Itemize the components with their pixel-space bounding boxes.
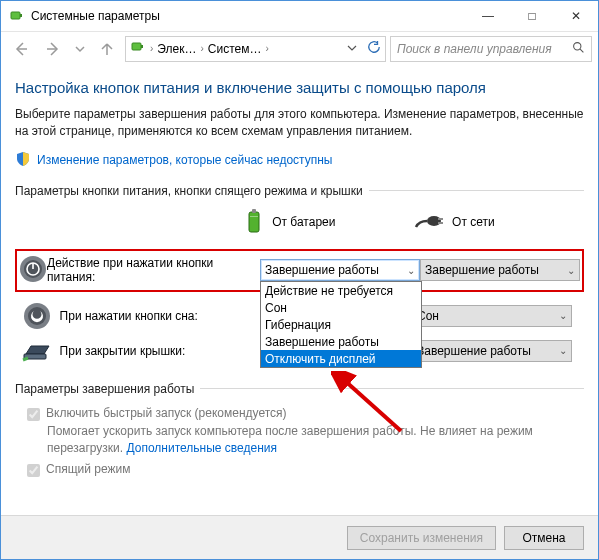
- mains-label: От сети: [452, 215, 495, 229]
- minimize-button[interactable]: —: [466, 1, 510, 31]
- svg-rect-7: [250, 216, 258, 217]
- divider: [369, 190, 584, 191]
- forward-button[interactable]: [39, 35, 67, 63]
- select-value: Завершение работы: [265, 263, 379, 277]
- shutdown-settings-group: Параметры завершения работы Включить быс…: [15, 382, 584, 478]
- battery-icon: [244, 208, 264, 237]
- sleep-button-icon: [15, 302, 60, 330]
- power-mains-select[interactable]: Завершение работы ⌄: [420, 259, 580, 281]
- power-button-label: Действие при нажатии кнопки питания:: [47, 256, 260, 284]
- chevron-down-icon: ⌄: [567, 265, 575, 276]
- chevron-icon: ›: [150, 43, 153, 54]
- page-description: Выберите параметры завершения работы для…: [15, 106, 584, 141]
- breadcrumb-item[interactable]: Систем…: [208, 42, 262, 56]
- cancel-button[interactable]: Отмена: [504, 526, 584, 550]
- chevron-icon: ›: [201, 43, 204, 54]
- dropdown-option[interactable]: Завершение работы: [261, 333, 421, 350]
- svg-marker-17: [26, 346, 49, 354]
- close-button[interactable]: ✕: [554, 1, 598, 31]
- breadcrumb[interactable]: › Элек… › Систем… ›: [125, 36, 386, 62]
- svg-rect-9: [438, 218, 443, 220]
- svg-rect-2: [132, 43, 141, 50]
- lid-icon: [15, 340, 60, 362]
- fastboot-description: Помогает ускорить запуск компьютера посл…: [47, 423, 584, 457]
- back-button[interactable]: [7, 35, 35, 63]
- fastboot-checkbox[interactable]: [27, 408, 40, 421]
- refresh-button[interactable]: [367, 40, 381, 57]
- battery-column-header: От батареи: [244, 208, 414, 237]
- fastboot-label: Включить быстрый запуск (рекомендуется): [46, 406, 287, 420]
- power-plan-icon: [9, 8, 25, 24]
- search-input[interactable]: Поиск в панели управления: [390, 36, 592, 62]
- chevron-icon: ›: [266, 43, 269, 54]
- dropdown-option-selected[interactable]: Отключить дисплей: [261, 350, 421, 367]
- titlebar: Системные параметры — □ ✕: [1, 1, 598, 31]
- svg-rect-1: [20, 14, 22, 17]
- svg-point-16: [28, 307, 46, 325]
- battery-label: От батареи: [272, 215, 335, 229]
- group-title-label: Параметры кнопки питания, кнопки спящего…: [15, 184, 363, 198]
- divider: [200, 388, 584, 389]
- dropdown-option[interactable]: Сон: [261, 299, 421, 316]
- window-buttons: — □ ✕: [466, 1, 598, 31]
- breadcrumb-icon: [130, 39, 146, 58]
- search-placeholder: Поиск в панели управления: [397, 42, 552, 56]
- sleep-mains-select[interactable]: Сон ⌄: [412, 305, 572, 327]
- shield-icon: [15, 151, 31, 170]
- sleepmode-checkbox[interactable]: [27, 464, 40, 477]
- svg-rect-3: [141, 45, 143, 48]
- chevron-down-icon: ⌄: [559, 310, 567, 321]
- recent-dropdown[interactable]: [71, 35, 89, 63]
- main-content: Настройка кнопок питания и включение защ…: [1, 65, 598, 477]
- maximize-button[interactable]: □: [510, 1, 554, 31]
- dropdown-option[interactable]: Действие не требуется: [261, 282, 421, 299]
- search-icon: [572, 41, 585, 57]
- breadcrumb-dropdown-icon[interactable]: [347, 42, 357, 56]
- svg-rect-5: [249, 212, 259, 232]
- elevated-settings-link-row: Изменение параметров, которые сейчас нед…: [15, 151, 584, 170]
- svg-point-8: [427, 216, 441, 226]
- svg-point-4: [574, 42, 581, 49]
- plug-icon: [414, 211, 444, 234]
- lid-close-label: При закрытии крышки:: [60, 344, 240, 358]
- up-button[interactable]: [93, 35, 121, 63]
- power-battery-dropdown: Действие не требуется Сон Гибернация Зав…: [260, 281, 422, 368]
- lid-mains-select[interactable]: Завершение работы ⌄: [412, 340, 572, 362]
- breadcrumb-item[interactable]: Элек…: [157, 42, 196, 56]
- page-title: Настройка кнопок питания и включение защ…: [15, 79, 584, 96]
- svg-rect-14: [32, 263, 34, 269]
- group-title-buttons: Параметры кнопки питания, кнопки спящего…: [15, 184, 584, 198]
- sleep-button-label: При нажатии кнопки сна:: [60, 309, 240, 323]
- sleepmode-checkbox-row: Спящий режим: [27, 462, 584, 477]
- svg-rect-10: [438, 222, 443, 224]
- sleepmode-label: Спящий режим: [46, 462, 130, 476]
- chevron-down-icon: ⌄: [559, 345, 567, 356]
- select-value: Завершение работы: [425, 263, 539, 277]
- svg-rect-0: [11, 12, 20, 19]
- select-value: Завершение работы: [417, 344, 531, 358]
- power-battery-select[interactable]: Завершение работы ⌄ Действие не требуетс…: [260, 259, 420, 281]
- fastboot-checkbox-row: Включить быстрый запуск (рекомендуется): [27, 406, 584, 421]
- power-button-row-highlight: Действие при нажатии кнопки питания: Зав…: [15, 249, 584, 292]
- group-title-shutdown: Параметры завершения работы: [15, 382, 584, 396]
- group-title-label: Параметры завершения работы: [15, 382, 194, 396]
- save-button[interactable]: Сохранить изменения: [347, 526, 496, 550]
- footer: Сохранить изменения Отмена: [1, 515, 598, 559]
- dropdown-option[interactable]: Гибернация: [261, 316, 421, 333]
- mains-column-header: От сети: [414, 211, 584, 234]
- window-title: Системные параметры: [31, 9, 466, 23]
- svg-rect-6: [252, 209, 256, 213]
- power-button-icon: [19, 255, 47, 286]
- elevated-settings-link[interactable]: Изменение параметров, которые сейчас нед…: [37, 153, 333, 167]
- chevron-down-icon: ⌄: [407, 265, 415, 276]
- navbar: › Элек… › Систем… › Поиск в панели управ…: [1, 31, 598, 65]
- fastboot-desc-text: Помогает ускорить запуск компьютера посл…: [47, 424, 533, 455]
- column-headers: От батареи От сети: [15, 208, 584, 237]
- fastboot-more-link[interactable]: Дополнительные сведения: [126, 441, 276, 455]
